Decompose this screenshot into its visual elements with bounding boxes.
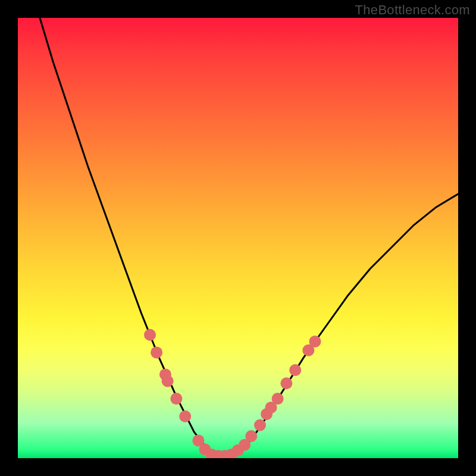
chart-marker — [162, 375, 174, 387]
chart-marker — [170, 393, 182, 405]
chart-marker — [254, 419, 266, 431]
chart-markers — [144, 329, 321, 458]
chart-marker — [144, 329, 156, 341]
chart-svg — [18, 18, 458, 458]
chart-marker — [289, 364, 301, 376]
chart-plot-area — [18, 18, 458, 458]
chart-marker — [245, 430, 257, 442]
chart-marker — [272, 393, 284, 405]
chart-curve — [40, 18, 458, 456]
chart-marker — [309, 336, 321, 347]
chart-marker — [179, 411, 191, 422]
chart-marker — [151, 346, 162, 358]
watermark-text: TheBottleneck.com — [355, 2, 470, 18]
chart-marker — [280, 377, 292, 389]
